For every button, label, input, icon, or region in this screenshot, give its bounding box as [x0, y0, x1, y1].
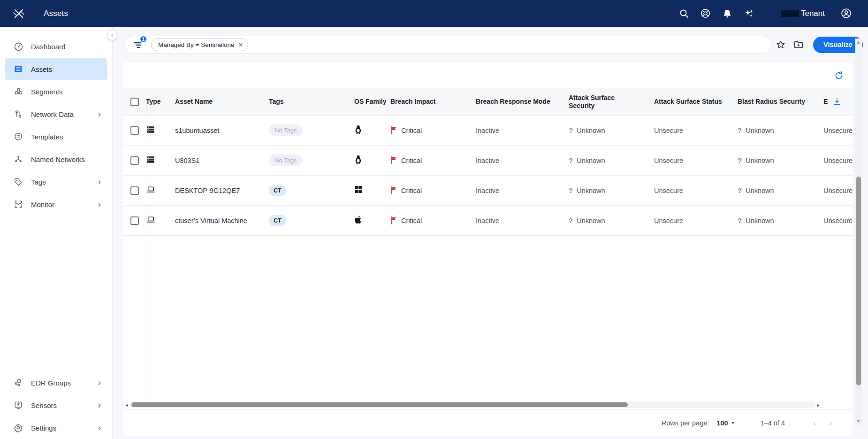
table-row[interactable]: DESKTOP-9G12QE7 CT Critical Inactive ?Un…: [123, 176, 853, 206]
tag-badge: CT: [269, 185, 286, 196]
column-header-breach-response-mode[interactable]: Breach Response Mode: [476, 98, 569, 106]
attack-surface-status-cell: Unsecure: [654, 217, 683, 224]
asset-name[interactable]: DESKTOP-9G12QE7: [175, 187, 240, 194]
table-row[interactable]: s1ubuntuasset No Tags Critical Inactive …: [123, 116, 853, 146]
row-checkbox[interactable]: [130, 156, 139, 165]
scroll-up-arrow-icon[interactable]: ▲: [855, 39, 862, 46]
column-header-blast-radius-security[interactable]: Blast Radius Security: [738, 98, 823, 106]
sidebar-item-segments[interactable]: Segments: [5, 80, 107, 103]
table-header-row: Type Asset Name Tags OS Family Breach Im…: [123, 88, 853, 116]
server-icon: [146, 125, 155, 136]
saved-filters-folder-icon[interactable]: [790, 36, 807, 54]
search-icon[interactable]: [673, 4, 695, 23]
apple-os-icon: [354, 216, 361, 226]
column-header-attack-surface-security[interactable]: Attack Surface Security: [569, 94, 654, 110]
table-row[interactable]: U803S1 No Tags Critical Inactive ?Unknow…: [123, 146, 853, 176]
sidebar-item-edr-groups[interactable]: EDR Groups ›: [5, 371, 107, 394]
breach-impact-cell: Critical: [390, 186, 476, 194]
scroll-down-arrow-icon[interactable]: ▼: [855, 417, 862, 425]
star-icon[interactable]: [772, 36, 790, 54]
critical-flag-icon: [390, 216, 397, 224]
column-header-breach-impact[interactable]: Breach Impact: [390, 98, 476, 106]
clipped-status-cell: Unsecure: [823, 157, 853, 164]
export-download-icon[interactable]: [832, 97, 842, 107]
filter-chip[interactable]: Managed By = Sentinelone ✕: [151, 38, 248, 51]
ai-sparkles-icon[interactable]: [738, 4, 760, 23]
sidebar-collapse-button[interactable]: ‹: [107, 30, 117, 40]
vertical-scrollbar-thumb[interactable]: [856, 177, 861, 385]
pagination-range: 1–4 of 4: [761, 419, 785, 427]
tag-badge: CT: [269, 215, 286, 226]
chevron-right-icon: ›: [98, 110, 101, 118]
previous-page-button[interactable]: ‹: [807, 417, 822, 428]
named-networks-icon: [13, 154, 23, 164]
filter-bar[interactable]: 1 Managed By = Sentinelone ✕: [124, 36, 772, 54]
sidebar-item-label: Sensors: [31, 401, 98, 409]
sidebar-item-assets[interactable]: Assets: [5, 58, 107, 80]
sidebar-item-label: Named Networks: [31, 155, 101, 163]
notifications-bell-icon[interactable]: [716, 4, 738, 23]
sidebar-navigation: ‹ Dashboard Assets: [0, 27, 113, 439]
assets-table-card: Type Asset Name Tags OS Family Breach Im…: [123, 62, 853, 436]
server-icon: [146, 155, 155, 166]
sidebar-item-label: Assets: [31, 65, 101, 73]
column-header-tags[interactable]: Tags: [269, 98, 354, 106]
column-header-asset-name[interactable]: Asset Name: [175, 98, 269, 106]
breach-impact-cell: Critical: [390, 126, 476, 134]
vertical-scrollbar[interactable]: ▲ ▼: [855, 39, 862, 425]
attack-surface-status-cell: Unsecure: [654, 127, 683, 134]
row-checkbox[interactable]: [130, 126, 139, 135]
chip-close-icon[interactable]: ✕: [238, 41, 244, 48]
column-header-attack-surface-status[interactable]: Attack Surface Status: [654, 98, 738, 106]
page-title: Assets: [44, 9, 68, 18]
sidebar-item-label: EDR Groups: [31, 379, 98, 387]
redacted-tenant-name: [781, 10, 799, 17]
horizontal-scrollbar[interactable]: ◂ ▸: [124, 401, 821, 408]
tenant-label[interactable]: Tenant: [801, 9, 825, 18]
dashboard-icon: [13, 41, 23, 52]
row-checkbox[interactable]: [130, 186, 139, 195]
table-row[interactable]: ctuser’s Virtual Machine CT Critical Ina…: [123, 206, 853, 236]
asset-name[interactable]: s1ubuntuasset: [175, 127, 219, 134]
sidebar-spacer: [0, 216, 112, 371]
filter-funnel-icon[interactable]: 1: [132, 39, 145, 51]
column-header-clipped[interactable]: E: [823, 97, 853, 107]
edr-groups-icon: [13, 377, 23, 388]
sidebar-item-tags[interactable]: Tags ›: [5, 170, 107, 193]
question-mark-icon: ?: [738, 186, 742, 194]
refresh-icon[interactable]: [834, 70, 844, 81]
sidebar-item-label: Network Data: [31, 110, 98, 118]
question-mark-icon: ?: [738, 156, 742, 164]
column-header-os-family[interactable]: OS Family: [354, 98, 390, 106]
blast-radius-security-cell: ?Unknown: [738, 126, 823, 134]
sidebar-item-templates[interactable]: Templates: [5, 125, 107, 148]
select-all-checkbox[interactable]: [130, 98, 139, 106]
row-checkbox[interactable]: [130, 216, 139, 225]
pinned-column-divider: [146, 88, 146, 400]
account-avatar-icon[interactable]: [835, 4, 857, 23]
scroll-left-arrow-icon[interactable]: ◂: [124, 402, 129, 408]
no-tags-badge: No Tags: [269, 124, 302, 136]
sidebar-item-settings[interactable]: Settings ›: [5, 416, 107, 439]
brand-logo-icon[interactable]: [10, 5, 27, 22]
asset-name[interactable]: ctuser’s Virtual Machine: [175, 217, 247, 224]
sidebar-item-named-networks[interactable]: Named Networks: [5, 148, 107, 170]
column-header-type[interactable]: Type: [146, 98, 175, 106]
scroll-right-arrow-icon[interactable]: ▸: [815, 402, 821, 408]
sidebar-item-sensors[interactable]: Sensors ›: [5, 394, 107, 416]
assets-icon: [13, 64, 23, 74]
sidebar-item-monitor[interactable]: Monitor ›: [5, 193, 107, 216]
next-page-button[interactable]: ›: [822, 417, 838, 428]
rows-per-page-select[interactable]: 100 ▾: [716, 419, 734, 427]
sensors-icon: [13, 400, 23, 410]
attack-surface-security-cell: ?Unknown: [569, 156, 654, 164]
horizontal-scrollbar-track[interactable]: [129, 401, 815, 408]
horizontal-scrollbar-thumb[interactable]: [131, 402, 628, 407]
blast-radius-security-cell: ?Unknown: [738, 186, 823, 194]
chevron-right-icon: ›: [98, 424, 101, 432]
help-lifebuoy-icon[interactable]: [695, 4, 716, 23]
sidebar-item-dashboard[interactable]: Dashboard: [5, 35, 107, 58]
sidebar-item-network-data[interactable]: Network Data ›: [5, 103, 107, 125]
sidebar-item-label: Settings: [31, 424, 98, 432]
asset-name[interactable]: U803S1: [175, 157, 199, 164]
